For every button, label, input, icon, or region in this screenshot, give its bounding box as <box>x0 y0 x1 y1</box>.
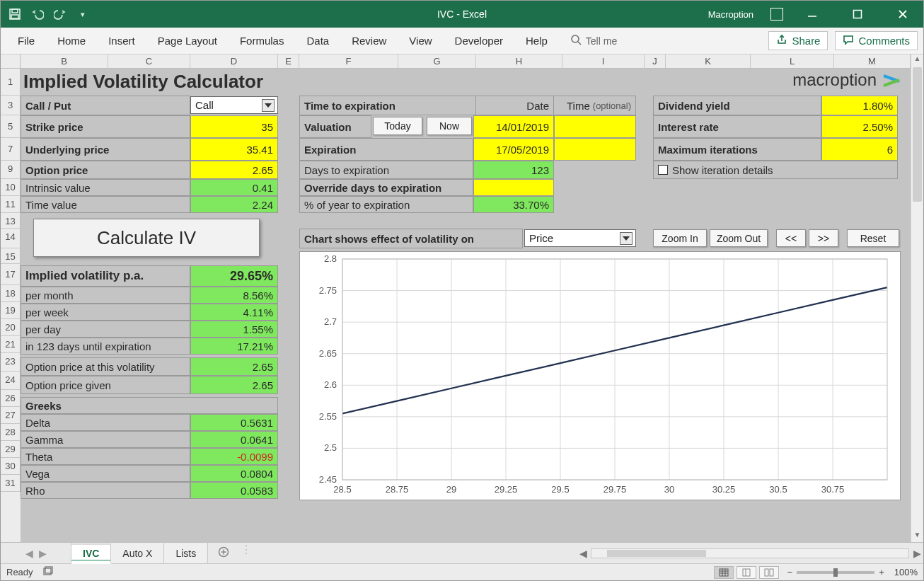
tab-home[interactable]: Home <box>46 28 97 54</box>
expiration-time[interactable] <box>554 138 636 161</box>
zoom-minus-icon[interactable]: − <box>787 567 793 577</box>
strike-value[interactable]: 35 <box>190 115 278 138</box>
col-F[interactable]: F <box>299 54 398 68</box>
hscroll-right-icon[interactable]: ▶ <box>911 548 923 559</box>
row-28[interactable]: 28 <box>1 424 21 441</box>
tab-formulas[interactable]: Formulas <box>229 28 296 54</box>
user-avatar-icon[interactable] <box>770 8 783 21</box>
show-iteration-row[interactable]: Show iteration details <box>653 161 898 179</box>
save-icon[interactable] <box>5 4 25 24</box>
tab-page-layout[interactable]: Page Layout <box>146 28 229 54</box>
row-9[interactable]: 9 <box>1 161 21 179</box>
col-J[interactable]: J <box>645 54 666 68</box>
row-30[interactable]: 30 <box>1 458 21 475</box>
col-M[interactable]: M <box>834 54 911 68</box>
row-24[interactable]: 24 <box>1 372 21 390</box>
minimize-icon[interactable] <box>796 4 828 25</box>
row-23[interactable]: 23 <box>1 353 21 372</box>
tab-help[interactable]: Help <box>514 28 559 54</box>
col-H[interactable]: H <box>476 54 562 68</box>
scroll-up-icon[interactable]: ▲ <box>911 54 923 66</box>
view-page-break-icon[interactable] <box>759 566 779 579</box>
row-26[interactable]: 26 <box>1 390 21 407</box>
tab-developer[interactable]: Developer <box>444 28 514 54</box>
caret-right-icon[interactable]: ▶ <box>39 548 47 559</box>
view-page-layout-icon[interactable] <box>737 566 756 579</box>
caret-left-icon[interactable]: ◀ <box>25 548 33 559</box>
col-G[interactable]: G <box>398 54 476 68</box>
macro-record-icon[interactable] <box>43 566 54 578</box>
scroll-thumb[interactable] <box>913 67 922 202</box>
underlying-value[interactable]: 35.41 <box>190 138 278 161</box>
sheet-tab-ivc[interactable]: IVC <box>71 543 111 564</box>
view-normal-icon[interactable] <box>714 566 734 579</box>
tab-file[interactable]: File <box>6 28 46 54</box>
row-17[interactable]: 17 <box>1 264 21 285</box>
row-21[interactable]: 21 <box>1 336 21 353</box>
zoom-plus-icon[interactable]: + <box>879 567 884 577</box>
hscroll-thumb[interactable] <box>607 550 706 557</box>
tab-data[interactable]: Data <box>295 28 340 54</box>
tab-insert[interactable]: Insert <box>97 28 146 54</box>
tab-review[interactable]: Review <box>340 28 398 54</box>
override-value[interactable] <box>473 179 554 196</box>
tab-splitter[interactable]: ⋮ <box>239 543 253 563</box>
hscroll-left-icon[interactable]: ◀ <box>577 548 589 559</box>
row-10[interactable]: 10 <box>1 179 21 196</box>
divyield-value[interactable]: 1.80% <box>821 96 898 115</box>
grid[interactable]: Implied Volatility Calculator macroption… <box>21 69 911 542</box>
select-all-corner[interactable] <box>1 54 21 69</box>
col-I[interactable]: I <box>562 54 645 68</box>
close-icon[interactable] <box>887 4 919 25</box>
row-31[interactable]: 31 <box>1 475 21 492</box>
scroll-down-icon[interactable]: ▼ <box>911 531 923 542</box>
row-7[interactable]: 7 <box>1 138 21 161</box>
zoom-out-button[interactable]: Zoom Out <box>710 229 768 247</box>
valuation-time[interactable] <box>554 115 636 138</box>
rate-value[interactable]: 2.50% <box>821 115 898 138</box>
chart-target-dropdown[interactable]: Price <box>524 229 636 247</box>
row-3[interactable]: 3 <box>1 96 21 115</box>
expiration-date[interactable]: 17/05/2019 <box>473 138 554 161</box>
chart-right-button[interactable]: >> <box>809 229 838 247</box>
zoom-control[interactable]: − + 100% <box>787 567 918 577</box>
col-K[interactable]: K <box>666 54 751 68</box>
row-13[interactable]: 13 <box>1 213 21 229</box>
row-20[interactable]: 20 <box>1 319 21 336</box>
calculate-iv-button[interactable]: Calculate IV <box>33 219 260 257</box>
maxiter-value[interactable]: 6 <box>821 138 898 161</box>
share-button[interactable]: Share <box>768 31 828 50</box>
tell-me[interactable]: Tell me <box>559 28 628 54</box>
chart-left-button[interactable]: << <box>776 229 806 247</box>
horizontal-scrollbar[interactable]: ◀ ▶ <box>577 543 923 563</box>
row-29[interactable]: 29 <box>1 441 21 458</box>
today-button[interactable]: Today <box>373 117 422 135</box>
row-18[interactable]: 18 <box>1 285 21 302</box>
redo-icon[interactable] <box>50 4 70 24</box>
tab-nav-arrows[interactable]: ◀ ▶ <box>1 543 71 563</box>
maximize-icon[interactable] <box>841 4 874 25</box>
row-15[interactable]: 15 <box>1 248 21 264</box>
sheet-tab-lists[interactable]: Lists <box>164 543 208 563</box>
undo-icon[interactable] <box>28 4 47 24</box>
row-5[interactable]: 5 <box>1 115 21 138</box>
valuation-date[interactable]: 14/01/2019 <box>473 115 554 138</box>
col-B[interactable]: B <box>21 54 108 68</box>
vertical-scrollbar[interactable]: ▲ ▼ <box>911 54 923 542</box>
call-put-dropdown[interactable]: Call <box>190 96 278 114</box>
col-C[interactable]: C <box>108 54 190 68</box>
col-E[interactable]: E <box>278 54 299 68</box>
add-sheet-button[interactable] <box>208 543 239 563</box>
hscroll-track[interactable] <box>591 548 909 558</box>
row-27[interactable]: 27 <box>1 407 21 424</box>
sheet-tab-auto-x[interactable]: Auto X <box>111 543 164 563</box>
show-iteration-checkbox[interactable] <box>658 165 668 175</box>
zoom-slider[interactable] <box>797 571 874 574</box>
qat-more-icon[interactable]: ▾ <box>73 4 93 24</box>
reset-button[interactable]: Reset <box>847 229 899 247</box>
col-L[interactable]: L <box>751 54 834 68</box>
row-11[interactable]: 11 <box>1 196 21 213</box>
now-button[interactable]: Now <box>427 117 472 135</box>
row-1[interactable]: 1 <box>1 69 21 96</box>
zoom-in-button[interactable]: Zoom In <box>653 229 707 247</box>
